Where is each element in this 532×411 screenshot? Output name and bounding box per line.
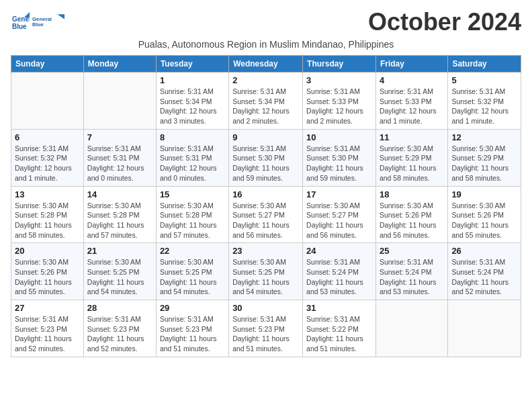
day-number: 11 xyxy=(380,132,444,142)
calendar-cell: 1Sunrise: 5:31 AM Sunset: 5:34 PM Daylig… xyxy=(156,73,228,130)
calendar-cell: 26Sunrise: 5:31 AM Sunset: 5:24 PM Dayli… xyxy=(448,243,521,300)
weekday-header-thursday: Thursday xyxy=(303,56,376,73)
calendar-cell: 21Sunrise: 5:30 AM Sunset: 5:25 PM Dayli… xyxy=(83,243,156,300)
calendar-cell: 27Sunrise: 5:31 AM Sunset: 5:23 PM Dayli… xyxy=(11,300,84,357)
day-number: 22 xyxy=(160,246,225,256)
day-number: 12 xyxy=(451,132,517,142)
day-info: Sunrise: 5:30 AM Sunset: 5:25 PM Dayligh… xyxy=(232,257,299,297)
day-number: 26 xyxy=(451,246,517,256)
day-info: Sunrise: 5:31 AM Sunset: 5:30 PM Dayligh… xyxy=(306,144,372,183)
day-number: 6 xyxy=(15,132,80,142)
day-number: 31 xyxy=(306,303,372,313)
day-number: 8 xyxy=(160,132,225,142)
day-info: Sunrise: 5:31 AM Sunset: 5:24 PM Dayligh… xyxy=(380,257,444,297)
logo-icon: General Blue xyxy=(11,12,30,31)
weekday-header-monday: Monday xyxy=(83,56,156,73)
day-number: 1 xyxy=(160,75,225,85)
day-info: Sunrise: 5:31 AM Sunset: 5:32 PM Dayligh… xyxy=(15,144,80,183)
calendar-cell: 29Sunrise: 5:31 AM Sunset: 5:23 PM Dayli… xyxy=(156,300,228,357)
day-info: Sunrise: 5:31 AM Sunset: 5:31 PM Dayligh… xyxy=(87,144,152,183)
day-info: Sunrise: 5:31 AM Sunset: 5:23 PM Dayligh… xyxy=(232,314,299,354)
day-info: Sunrise: 5:30 AM Sunset: 5:25 PM Dayligh… xyxy=(160,257,225,297)
calendar-cell: 23Sunrise: 5:30 AM Sunset: 5:25 PM Dayli… xyxy=(229,243,303,300)
calendar-cell xyxy=(375,300,447,357)
day-info: Sunrise: 5:31 AM Sunset: 5:31 PM Dayligh… xyxy=(160,144,225,183)
calendar-subtitle: Pualas, Autonomous Region in Muslim Mind… xyxy=(11,39,521,50)
calendar-cell: 25Sunrise: 5:31 AM Sunset: 5:24 PM Dayli… xyxy=(375,243,447,300)
day-number: 19 xyxy=(451,189,517,199)
day-info: Sunrise: 5:31 AM Sunset: 5:34 PM Dayligh… xyxy=(232,87,299,126)
svg-text:Blue: Blue xyxy=(32,21,44,28)
calendar-cell: 24Sunrise: 5:31 AM Sunset: 5:24 PM Dayli… xyxy=(303,243,376,300)
day-info: Sunrise: 5:31 AM Sunset: 5:33 PM Dayligh… xyxy=(306,87,372,126)
calendar-cell xyxy=(83,73,156,130)
weekday-header-sunday: Sunday xyxy=(11,56,84,73)
day-number: 23 xyxy=(232,246,299,256)
day-info: Sunrise: 5:30 AM Sunset: 5:28 PM Dayligh… xyxy=(87,201,152,240)
weekday-header-friday: Friday xyxy=(375,56,447,73)
calendar-cell: 16Sunrise: 5:30 AM Sunset: 5:27 PM Dayli… xyxy=(229,186,303,243)
calendar-cell: 18Sunrise: 5:30 AM Sunset: 5:26 PM Dayli… xyxy=(375,186,447,243)
day-info: Sunrise: 5:31 AM Sunset: 5:30 PM Dayligh… xyxy=(232,144,299,183)
day-info: Sunrise: 5:30 AM Sunset: 5:29 PM Dayligh… xyxy=(451,144,517,183)
calendar-cell xyxy=(448,300,521,357)
day-info: Sunrise: 5:31 AM Sunset: 5:32 PM Dayligh… xyxy=(451,87,517,126)
calendar-cell: 30Sunrise: 5:31 AM Sunset: 5:23 PM Dayli… xyxy=(229,300,303,357)
calendar-cell: 20Sunrise: 5:30 AM Sunset: 5:26 PM Dayli… xyxy=(11,243,84,300)
day-number: 13 xyxy=(15,189,80,199)
calendar-cell: 12Sunrise: 5:30 AM Sunset: 5:29 PM Dayli… xyxy=(448,129,521,186)
day-info: Sunrise: 5:31 AM Sunset: 5:34 PM Dayligh… xyxy=(160,87,225,126)
day-info: Sunrise: 5:31 AM Sunset: 5:23 PM Dayligh… xyxy=(87,314,152,354)
day-number: 25 xyxy=(380,246,444,256)
calendar-cell: 7Sunrise: 5:31 AM Sunset: 5:31 PM Daylig… xyxy=(83,129,156,186)
calendar-week-row: 1Sunrise: 5:31 AM Sunset: 5:34 PM Daylig… xyxy=(11,73,521,130)
day-info: Sunrise: 5:30 AM Sunset: 5:26 PM Dayligh… xyxy=(451,201,517,240)
weekday-header-wednesday: Wednesday xyxy=(229,56,303,73)
day-info: Sunrise: 5:31 AM Sunset: 5:23 PM Dayligh… xyxy=(160,314,225,354)
weekday-header-tuesday: Tuesday xyxy=(156,56,228,73)
month-title: October 2024 xyxy=(11,8,521,36)
calendar-cell: 31Sunrise: 5:31 AM Sunset: 5:22 PM Dayli… xyxy=(303,300,376,357)
calendar-week-row: 13Sunrise: 5:30 AM Sunset: 5:28 PM Dayli… xyxy=(11,186,521,243)
svg-marker-6 xyxy=(57,14,64,19)
calendar-body: 1Sunrise: 5:31 AM Sunset: 5:34 PM Daylig… xyxy=(11,73,521,357)
calendar-header-row: SundayMondayTuesdayWednesdayThursdayFrid… xyxy=(11,56,521,73)
day-info: Sunrise: 5:30 AM Sunset: 5:25 PM Dayligh… xyxy=(87,257,152,297)
day-info: Sunrise: 5:31 AM Sunset: 5:23 PM Dayligh… xyxy=(15,314,80,354)
calendar-cell: 22Sunrise: 5:30 AM Sunset: 5:25 PM Dayli… xyxy=(156,243,228,300)
calendar-week-row: 6Sunrise: 5:31 AM Sunset: 5:32 PM Daylig… xyxy=(11,129,521,186)
calendar-cell: 3Sunrise: 5:31 AM Sunset: 5:33 PM Daylig… xyxy=(303,73,376,130)
calendar-cell: 8Sunrise: 5:31 AM Sunset: 5:31 PM Daylig… xyxy=(156,129,228,186)
calendar-cell: 6Sunrise: 5:31 AM Sunset: 5:32 PM Daylig… xyxy=(11,129,84,186)
day-number: 15 xyxy=(160,189,225,199)
svg-text:General: General xyxy=(32,16,52,22)
calendar-cell xyxy=(11,73,84,130)
day-number: 20 xyxy=(15,246,80,256)
svg-text:Blue: Blue xyxy=(12,23,27,30)
day-number: 14 xyxy=(87,189,152,199)
day-info: Sunrise: 5:30 AM Sunset: 5:26 PM Dayligh… xyxy=(15,257,80,297)
day-info: Sunrise: 5:31 AM Sunset: 5:24 PM Dayligh… xyxy=(306,257,372,297)
day-info: Sunrise: 5:30 AM Sunset: 5:27 PM Dayligh… xyxy=(306,201,372,240)
day-number: 29 xyxy=(160,303,225,313)
day-info: Sunrise: 5:31 AM Sunset: 5:22 PM Dayligh… xyxy=(306,314,372,354)
day-info: Sunrise: 5:31 AM Sunset: 5:24 PM Dayligh… xyxy=(451,257,517,297)
calendar-cell: 17Sunrise: 5:30 AM Sunset: 5:27 PM Dayli… xyxy=(303,186,376,243)
day-number: 9 xyxy=(232,132,299,142)
day-number: 3 xyxy=(306,75,372,85)
calendar-cell: 13Sunrise: 5:30 AM Sunset: 5:28 PM Dayli… xyxy=(11,186,84,243)
calendar-week-row: 20Sunrise: 5:30 AM Sunset: 5:26 PM Dayli… xyxy=(11,243,521,300)
day-info: Sunrise: 5:30 AM Sunset: 5:28 PM Dayligh… xyxy=(15,201,80,240)
day-number: 7 xyxy=(87,132,152,142)
day-number: 18 xyxy=(380,189,444,199)
calendar-cell: 19Sunrise: 5:30 AM Sunset: 5:26 PM Dayli… xyxy=(448,186,521,243)
day-number: 16 xyxy=(232,189,299,199)
calendar-cell: 28Sunrise: 5:31 AM Sunset: 5:23 PM Dayli… xyxy=(83,300,156,357)
day-number: 5 xyxy=(451,75,517,85)
calendar-week-row: 27Sunrise: 5:31 AM Sunset: 5:23 PM Dayli… xyxy=(11,300,521,357)
day-number: 28 xyxy=(87,303,152,313)
calendar-cell: 10Sunrise: 5:31 AM Sunset: 5:30 PM Dayli… xyxy=(303,129,376,186)
day-number: 4 xyxy=(380,75,444,85)
day-number: 24 xyxy=(306,246,372,256)
day-number: 2 xyxy=(232,75,299,85)
